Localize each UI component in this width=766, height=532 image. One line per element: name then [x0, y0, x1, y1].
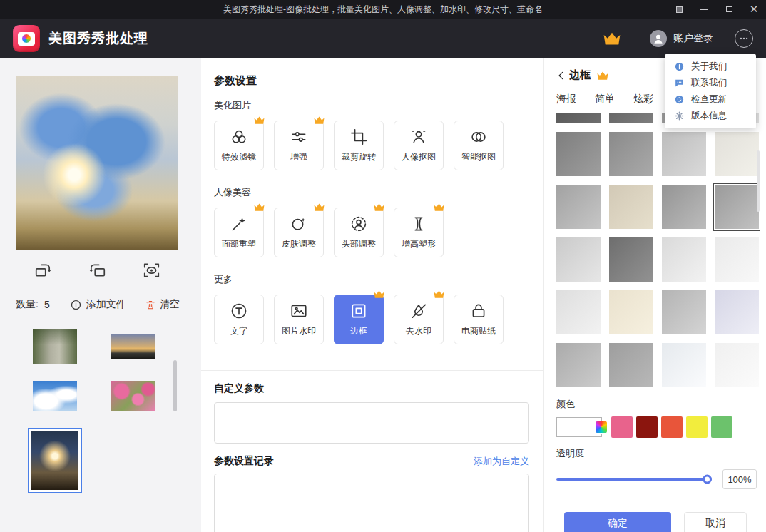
feature-button-body-shape[interactable]: 增高塑形 [394, 208, 444, 257]
frame-tab-0[interactable]: 海报 [556, 93, 576, 108]
color-swatch-4[interactable] [686, 416, 708, 438]
crown-icon [253, 202, 265, 211]
color-swatch-3[interactable] [661, 416, 683, 438]
color-swatch-1[interactable] [611, 416, 633, 438]
feature-button-crop[interactable]: 裁剪旋转 [334, 121, 384, 170]
vip-crown-icon[interactable] [603, 31, 621, 46]
crop-icon [349, 128, 368, 146]
rotate-right-icon[interactable] [86, 260, 108, 281]
feature-group: 美化图片特效滤镜增强裁剪旋转人像抠图智能抠图 [214, 99, 529, 170]
color-picker-icon[interactable] [595, 421, 608, 434]
frame-texture-4[interactable] [556, 132, 601, 176]
menu-item-chat[interactable]: 联系我们 [665, 75, 756, 91]
feature-button-image-watermark[interactable]: 图片水印 [274, 295, 324, 344]
record-title: 参数设置记录 [214, 455, 274, 468]
feature-button-label: 面部重塑 [222, 238, 256, 250]
feature-button-filter[interactable]: 特效滤镜 [214, 121, 264, 170]
feature-button-skin-adjust[interactable]: 皮肤调整 [274, 208, 324, 257]
skin-icon[interactable] [673, 3, 685, 16]
feature-button-sticker[interactable]: 电商贴纸 [454, 295, 504, 344]
avatar[interactable] [650, 30, 667, 47]
menu-item-update[interactable]: 检查更新 [665, 91, 756, 108]
thumbnail-night-trees[interactable] [28, 428, 82, 493]
frame-texture-11[interactable] [715, 185, 759, 229]
frame-texture-6[interactable] [662, 132, 706, 176]
frame-tab-2[interactable]: 炫彩 [633, 93, 653, 108]
crown-icon [373, 202, 385, 211]
thumbnail-stone-path[interactable] [33, 329, 77, 364]
confirm-button[interactable]: 确定 [564, 512, 671, 532]
feature-button-label: 电商贴纸 [461, 325, 496, 337]
back-icon[interactable] [556, 71, 566, 81]
custom-params-box[interactable] [214, 402, 529, 444]
clear-button[interactable]: 清空 [145, 298, 180, 311]
update-icon [674, 94, 685, 105]
thumbnail-blue-sky-clouds[interactable] [33, 381, 77, 411]
feature-button-portrait-cutout[interactable]: 人像抠图 [394, 121, 444, 170]
frame-texture-14[interactable] [662, 237, 706, 282]
feature-button-remove-watermark[interactable]: 去水印 [394, 295, 444, 344]
add-circle-icon [70, 299, 82, 311]
params-panel: 参数设置 美化图片特效滤镜增强裁剪旋转人像抠图智能抠图人像美容面部重塑皮肤调整头… [201, 58, 543, 532]
frame-texture-16[interactable] [556, 290, 601, 334]
frame-texture-19[interactable] [715, 290, 759, 334]
app-logo-icon [13, 25, 40, 52]
frame-texture-0[interactable] [556, 113, 601, 123]
frame-texture-20[interactable] [556, 343, 601, 387]
feature-button-label: 边框 [350, 325, 367, 337]
thumbnail-pink-flowers[interactable] [111, 381, 155, 411]
frame-texture-18[interactable] [662, 290, 706, 334]
color-swatch-5[interactable] [711, 416, 732, 438]
frame-texture-10[interactable] [662, 185, 706, 229]
color-swatch-2[interactable] [636, 416, 658, 438]
opacity-slider-handle[interactable] [703, 475, 712, 484]
frame-texture-21[interactable] [609, 343, 653, 387]
feature-button-label: 皮肤调整 [282, 238, 316, 250]
frame-texture-15[interactable] [715, 237, 759, 282]
frame-texture-9[interactable] [609, 185, 653, 229]
frame-texture-7[interactable] [715, 132, 759, 176]
thumbnail-image [111, 334, 155, 359]
frame-texture-5[interactable] [609, 132, 653, 176]
account-login-button[interactable]: 账户登录 [673, 32, 713, 45]
maximize-icon[interactable] [722, 3, 735, 16]
menu-item-label: 版本信息 [691, 110, 727, 122]
menu-item-version[interactable]: 版本信息 [665, 108, 756, 124]
close-icon[interactable]: ✕ [747, 3, 760, 16]
menu-item-label: 关于我们 [691, 61, 727, 73]
add-custom-link[interactable]: 添加为自定义 [474, 455, 529, 468]
feature-button-label: 图片水印 [282, 325, 316, 337]
frame-texture-12[interactable] [556, 237, 601, 282]
more-menu-icon[interactable] [735, 29, 753, 48]
frame-texture-23[interactable] [715, 343, 759, 387]
add-files-button[interactable]: 添加文件 [70, 298, 126, 311]
menu-item-info[interactable]: 关于我们 [665, 58, 756, 75]
feature-button-head-adjust[interactable]: 头部调整 [334, 208, 384, 257]
feature-button-frame[interactable]: 边框 [334, 295, 384, 344]
window-controls: ✕ [673, 0, 760, 19]
text-icon [230, 302, 248, 320]
color-label: 颜色 [556, 398, 759, 411]
texture-scrollbar[interactable] [757, 150, 760, 212]
frame-tab-1[interactable]: 简单 [595, 93, 615, 108]
cancel-button[interactable]: 取消 [684, 512, 747, 532]
feature-button-smart-cutout[interactable]: 智能抠图 [454, 121, 504, 170]
frame-texture-22[interactable] [662, 343, 706, 387]
minimize-icon[interactable] [698, 3, 710, 16]
record-box[interactable] [214, 474, 529, 532]
face-reshape-icon [230, 215, 248, 233]
rotate-left-icon[interactable] [31, 260, 54, 281]
frame-texture-17[interactable] [609, 290, 653, 334]
frame-texture-1[interactable] [609, 113, 653, 123]
feature-button-text[interactable]: 文字 [214, 295, 264, 344]
opacity-value[interactable]: 100% [722, 469, 757, 489]
thumbnail-sunset-sky[interactable] [111, 334, 155, 359]
preview-eye-icon[interactable] [140, 260, 163, 281]
opacity-slider[interactable] [556, 478, 712, 481]
feature-button-enhance[interactable]: 增强 [274, 121, 324, 170]
thumbnail-scrollbar[interactable] [173, 360, 177, 411]
frame-texture-13[interactable] [609, 237, 653, 282]
feature-button-face-reshape[interactable]: 面部重塑 [214, 208, 264, 257]
frame-texture-8[interactable] [556, 185, 601, 229]
crown-icon [433, 202, 445, 211]
